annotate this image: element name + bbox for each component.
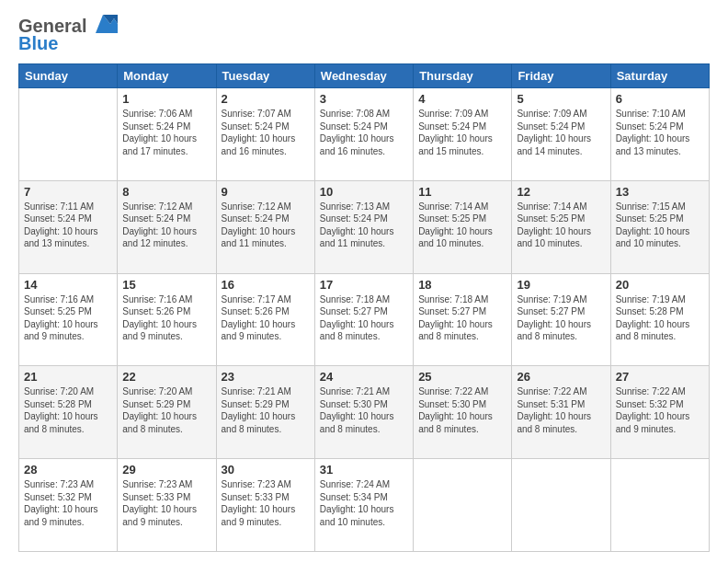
day-number: 10 (320, 185, 408, 199)
day-info: Sunrise: 7:19 AMSunset: 5:28 PMDaylight:… (616, 293, 704, 343)
day-info: Sunrise: 7:13 AMSunset: 5:24 PMDaylight:… (320, 201, 408, 250)
day-number: 12 (517, 185, 605, 199)
calendar-cell (19, 88, 118, 181)
day-info: Sunrise: 7:12 AMSunset: 5:24 PMDaylight:… (122, 201, 210, 250)
day-number: 15 (122, 278, 210, 292)
day-info: Sunrise: 7:23 AMSunset: 5:33 PMDaylight:… (222, 478, 310, 528)
day-number: 31 (320, 463, 408, 477)
calendar-week-row: 21Sunrise: 7:20 AMSunset: 5:28 PMDayligh… (19, 366, 710, 459)
day-number: 2 (222, 92, 310, 106)
day-info: Sunrise: 7:19 AMSunset: 5:27 PMDaylight:… (517, 293, 605, 343)
day-info: Sunrise: 7:21 AMSunset: 5:30 PMDaylight:… (320, 385, 408, 435)
calendar-cell: 5Sunrise: 7:09 AMSunset: 5:24 PMDaylight… (512, 88, 610, 181)
calendar-cell (414, 459, 512, 552)
calendar-cell: 25Sunrise: 7:22 AMSunset: 5:30 PMDayligh… (414, 366, 512, 459)
day-info: Sunrise: 7:23 AMSunset: 5:33 PMDaylight:… (122, 478, 210, 528)
day-number: 7 (24, 185, 112, 199)
column-header-tuesday: Tuesday (216, 64, 314, 88)
calendar-cell: 31Sunrise: 7:24 AMSunset: 5:34 PMDayligh… (314, 459, 413, 552)
day-info: Sunrise: 7:06 AMSunset: 5:24 PMDaylight:… (122, 108, 210, 157)
column-header-wednesday: Wednesday (314, 64, 413, 88)
day-info: Sunrise: 7:14 AMSunset: 5:25 PMDaylight:… (418, 201, 506, 250)
day-info: Sunrise: 7:20 AMSunset: 5:28 PMDaylight:… (24, 385, 112, 435)
day-info: Sunrise: 7:10 AMSunset: 5:24 PMDaylight:… (616, 108, 704, 157)
day-number: 4 (418, 92, 506, 106)
day-number: 9 (222, 185, 310, 199)
column-header-friday: Friday (512, 64, 610, 88)
day-number: 30 (222, 463, 310, 477)
calendar-cell: 11Sunrise: 7:14 AMSunset: 5:25 PMDayligh… (414, 180, 512, 273)
day-number: 19 (517, 278, 605, 292)
calendar-cell: 1Sunrise: 7:06 AMSunset: 5:24 PMDaylight… (118, 88, 216, 181)
day-number: 8 (122, 185, 210, 199)
calendar-cell (512, 459, 610, 552)
day-info: Sunrise: 7:16 AMSunset: 5:25 PMDaylight:… (24, 293, 112, 343)
calendar-cell: 10Sunrise: 7:13 AMSunset: 5:24 PMDayligh… (314, 180, 413, 273)
day-number: 16 (222, 278, 310, 292)
column-header-monday: Monday (118, 64, 216, 88)
day-info: Sunrise: 7:17 AMSunset: 5:26 PMDaylight:… (222, 293, 310, 343)
day-number: 24 (320, 370, 408, 384)
day-info: Sunrise: 7:15 AMSunset: 5:25 PMDaylight:… (616, 201, 704, 250)
calendar-cell: 26Sunrise: 7:22 AMSunset: 5:31 PMDayligh… (512, 366, 610, 459)
day-number: 29 (122, 463, 210, 477)
calendar-cell: 30Sunrise: 7:23 AMSunset: 5:33 PMDayligh… (216, 459, 314, 552)
calendar-cell: 6Sunrise: 7:10 AMSunset: 5:24 PMDaylight… (610, 88, 709, 181)
calendar-cell (610, 459, 709, 552)
calendar-cell: 23Sunrise: 7:21 AMSunset: 5:29 PMDayligh… (216, 366, 314, 459)
day-info: Sunrise: 7:16 AMSunset: 5:26 PMDaylight:… (122, 293, 210, 343)
day-number: 3 (320, 92, 408, 106)
day-info: Sunrise: 7:23 AMSunset: 5:32 PMDaylight:… (24, 478, 112, 528)
day-info: Sunrise: 7:11 AMSunset: 5:24 PMDaylight:… (24, 201, 112, 250)
calendar-cell: 3Sunrise: 7:08 AMSunset: 5:24 PMDaylight… (314, 88, 413, 181)
calendar-cell: 24Sunrise: 7:21 AMSunset: 5:30 PMDayligh… (314, 366, 413, 459)
calendar-week-row: 1Sunrise: 7:06 AMSunset: 5:24 PMDaylight… (19, 88, 710, 181)
calendar-cell: 9Sunrise: 7:12 AMSunset: 5:24 PMDaylight… (216, 180, 314, 273)
calendar-cell: 17Sunrise: 7:18 AMSunset: 5:27 PMDayligh… (314, 273, 413, 366)
calendar-cell: 14Sunrise: 7:16 AMSunset: 5:25 PMDayligh… (19, 273, 118, 366)
day-number: 13 (616, 185, 704, 199)
day-number: 28 (24, 463, 112, 477)
day-number: 27 (616, 370, 704, 384)
day-info: Sunrise: 7:18 AMSunset: 5:27 PMDaylight:… (320, 293, 408, 343)
day-info: Sunrise: 7:07 AMSunset: 5:24 PMDaylight:… (222, 108, 310, 157)
day-number: 26 (517, 370, 605, 384)
day-info: Sunrise: 7:12 AMSunset: 5:24 PMDaylight:… (222, 201, 310, 250)
calendar-cell: 4Sunrise: 7:09 AMSunset: 5:24 PMDaylight… (414, 88, 512, 181)
calendar-cell: 27Sunrise: 7:22 AMSunset: 5:32 PMDayligh… (610, 366, 709, 459)
day-number: 22 (122, 370, 210, 384)
calendar-cell: 28Sunrise: 7:23 AMSunset: 5:32 PMDayligh… (19, 459, 118, 552)
calendar-cell: 7Sunrise: 7:11 AMSunset: 5:24 PMDaylight… (19, 180, 118, 273)
day-info: Sunrise: 7:09 AMSunset: 5:24 PMDaylight:… (517, 108, 605, 157)
column-header-sunday: Sunday (19, 64, 118, 88)
calendar-header-row: SundayMondayTuesdayWednesdayThursdayFrid… (19, 64, 710, 88)
day-info: Sunrise: 7:21 AMSunset: 5:29 PMDaylight:… (222, 385, 310, 435)
day-info: Sunrise: 7:24 AMSunset: 5:34 PMDaylight:… (320, 478, 408, 528)
calendar-cell: 22Sunrise: 7:20 AMSunset: 5:29 PMDayligh… (118, 366, 216, 459)
day-number: 18 (418, 278, 506, 292)
calendar-cell: 16Sunrise: 7:17 AMSunset: 5:26 PMDayligh… (216, 273, 314, 366)
day-number: 17 (320, 278, 408, 292)
calendar-cell: 15Sunrise: 7:16 AMSunset: 5:26 PMDayligh… (118, 273, 216, 366)
calendar-cell: 2Sunrise: 7:07 AMSunset: 5:24 PMDaylight… (216, 88, 314, 181)
calendar-cell: 13Sunrise: 7:15 AMSunset: 5:25 PMDayligh… (610, 180, 709, 273)
day-info: Sunrise: 7:09 AMSunset: 5:24 PMDaylight:… (418, 108, 506, 157)
day-number: 23 (222, 370, 310, 384)
calendar-cell: 8Sunrise: 7:12 AMSunset: 5:24 PMDaylight… (118, 180, 216, 273)
calendar-cell: 20Sunrise: 7:19 AMSunset: 5:28 PMDayligh… (610, 273, 709, 366)
logo-icon (88, 11, 118, 37)
day-number: 6 (616, 92, 704, 106)
calendar-week-row: 28Sunrise: 7:23 AMSunset: 5:32 PMDayligh… (19, 459, 710, 552)
header: General Blue (18, 15, 710, 54)
calendar-week-row: 14Sunrise: 7:16 AMSunset: 5:25 PMDayligh… (19, 273, 710, 366)
day-info: Sunrise: 7:22 AMSunset: 5:30 PMDaylight:… (418, 385, 506, 435)
day-info: Sunrise: 7:22 AMSunset: 5:32 PMDaylight:… (616, 385, 704, 435)
calendar-cell: 18Sunrise: 7:18 AMSunset: 5:27 PMDayligh… (414, 273, 512, 366)
day-number: 20 (616, 278, 704, 292)
page: General Blue SundayMondayTuesdayWednesda… (0, 0, 728, 563)
calendar-table: SundayMondayTuesdayWednesdayThursdayFrid… (18, 63, 710, 552)
day-number: 14 (24, 278, 112, 292)
day-number: 11 (418, 185, 506, 199)
day-info: Sunrise: 7:14 AMSunset: 5:25 PMDaylight:… (517, 201, 605, 250)
calendar-week-row: 7Sunrise: 7:11 AMSunset: 5:24 PMDaylight… (19, 180, 710, 273)
